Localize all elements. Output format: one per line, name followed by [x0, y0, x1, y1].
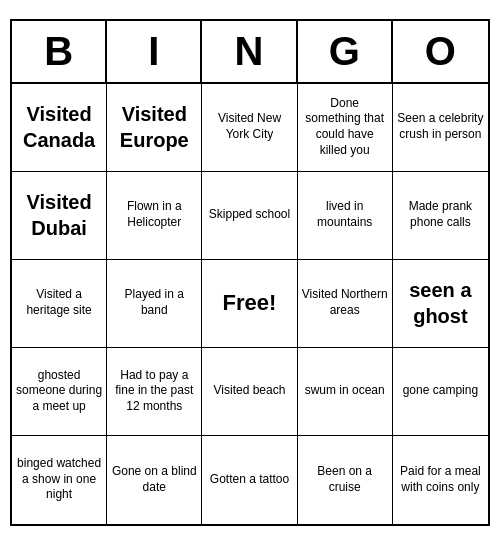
bingo-cell-19: gone camping — [393, 348, 488, 436]
bingo-card: BINGO Visited CanadaVisited EuropeVisite… — [10, 19, 490, 526]
bingo-cell-12: Free! — [202, 260, 297, 348]
bingo-cell-14: seen a ghost — [393, 260, 488, 348]
bingo-cell-2: Visited New York City — [202, 84, 297, 172]
bingo-cell-6: Flown in a Helicopter — [107, 172, 202, 260]
bingo-cell-3: Done something that could have killed yo… — [298, 84, 393, 172]
bingo-cell-9: Made prank phone calls — [393, 172, 488, 260]
bingo-cell-22: Gotten a tattoo — [202, 436, 297, 524]
bingo-cell-16: Had to pay a fine in the past 12 months — [107, 348, 202, 436]
bingo-grid: Visited CanadaVisited EuropeVisited New … — [12, 84, 488, 524]
bingo-cell-11: Played in a band — [107, 260, 202, 348]
bingo-letter-i: I — [107, 21, 202, 82]
bingo-cell-21: Gone on a blind date — [107, 436, 202, 524]
bingo-cell-17: Visited beach — [202, 348, 297, 436]
bingo-cell-13: Visited Northern areas — [298, 260, 393, 348]
bingo-cell-15: ghosted someone during a meet up — [12, 348, 107, 436]
bingo-cell-24: Paid for a meal with coins only — [393, 436, 488, 524]
bingo-cell-1: Visited Europe — [107, 84, 202, 172]
bingo-cell-7: Skipped school — [202, 172, 297, 260]
bingo-cell-0: Visited Canada — [12, 84, 107, 172]
bingo-cell-8: lived in mountains — [298, 172, 393, 260]
bingo-cell-20: binged watched a show in one night — [12, 436, 107, 524]
bingo-cell-5: Visited Dubai — [12, 172, 107, 260]
bingo-letter-b: B — [12, 21, 107, 82]
bingo-cell-4: Seen a celebrity crush in person — [393, 84, 488, 172]
bingo-letter-n: N — [202, 21, 297, 82]
bingo-header: BINGO — [12, 21, 488, 84]
bingo-cell-23: Been on a cruise — [298, 436, 393, 524]
bingo-letter-o: O — [393, 21, 488, 82]
bingo-cell-18: swum in ocean — [298, 348, 393, 436]
bingo-cell-10: Visited a heritage site — [12, 260, 107, 348]
bingo-letter-g: G — [298, 21, 393, 82]
